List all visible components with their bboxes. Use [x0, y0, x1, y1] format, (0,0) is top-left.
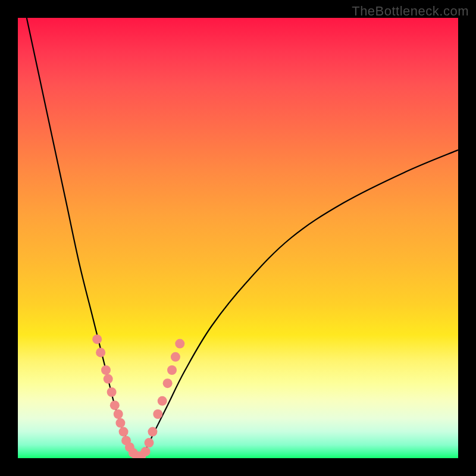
- data-dot: [167, 365, 177, 375]
- data-dot: [110, 400, 120, 410]
- data-dot: [104, 374, 113, 384]
- data-dot: [96, 347, 105, 357]
- data-dot: [145, 438, 154, 447]
- dots-group: [92, 334, 184, 458]
- data-dot: [141, 447, 151, 456]
- data-dot: [163, 378, 173, 388]
- data-dot: [115, 418, 125, 428]
- data-dot: [175, 339, 184, 349]
- data-dot: [148, 427, 157, 437]
- data-dot: [114, 409, 123, 419]
- left-curve: [27, 18, 137, 458]
- right-curve: [137, 150, 458, 458]
- watermark-text: TheBottleneck.com: [352, 4, 469, 19]
- data-dot: [107, 387, 117, 397]
- chart-svg: [18, 18, 458, 458]
- data-dot: [158, 396, 167, 406]
- data-dot: [92, 334, 102, 344]
- data-dot: [101, 365, 111, 375]
- data-dot: [171, 352, 180, 362]
- data-dot: [119, 427, 129, 437]
- plot-area: [18, 18, 458, 458]
- curves-group: [27, 18, 458, 458]
- data-dot: [153, 409, 162, 419]
